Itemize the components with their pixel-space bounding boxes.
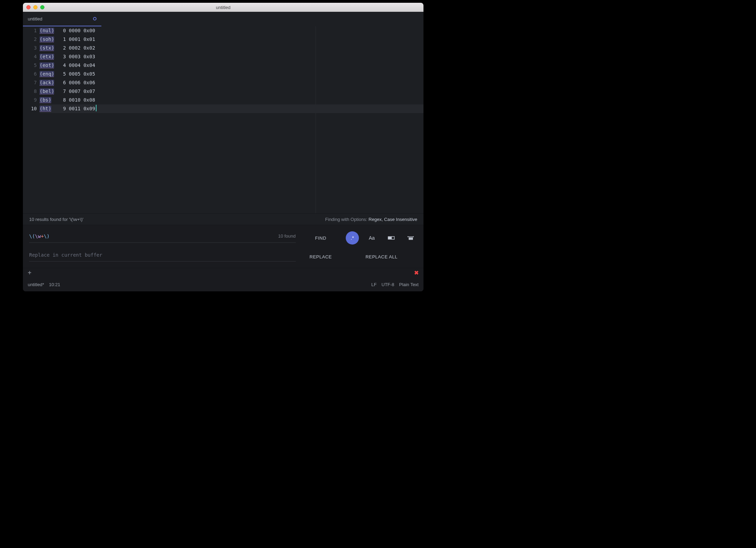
- regex-icon: .*: [351, 235, 354, 241]
- case-sensitive-toggle[interactable]: Aa: [365, 231, 378, 245]
- svg-rect-2: [409, 238, 410, 240]
- line-number: 7: [23, 78, 37, 87]
- code-line[interactable]: (stx) 2 0002 0x02: [40, 44, 423, 52]
- line-number: 1: [23, 26, 37, 35]
- cursor-caret: [96, 105, 96, 111]
- code-text: 1 0001 0x01: [54, 36, 95, 42]
- whole-word-toggle[interactable]: [404, 231, 417, 245]
- line-number: 9: [23, 96, 37, 104]
- regex-toggle[interactable]: .*: [346, 231, 359, 245]
- find-results-text: 10 results found for '\(\w+\)': [29, 217, 83, 222]
- case-icon: Aa: [369, 235, 375, 241]
- tab-label: untitled: [28, 16, 42, 22]
- line-number: 5: [23, 61, 37, 70]
- find-and-replace-panel: \(\w+\) 10 found FIND .* Aa: [23, 225, 423, 268]
- code-text: 5 0005 0x05: [54, 71, 95, 77]
- search-match: (nul): [40, 28, 54, 33]
- svg-rect-0: [388, 237, 391, 239]
- replace-placeholder: Replace in current buffer: [29, 252, 102, 258]
- search-match: (bel): [40, 88, 54, 94]
- status-file[interactable]: untitled*: [28, 282, 44, 287]
- code-text: 3 0003 0x03: [54, 54, 95, 59]
- status-encoding[interactable]: UTF-8: [381, 282, 394, 287]
- line-number: 4: [23, 52, 37, 61]
- line-number: 8: [23, 87, 37, 96]
- find-options-text: Finding with Options: Regex, Case Insens…: [325, 217, 417, 222]
- find-options-label: Finding with Options:: [325, 217, 369, 222]
- close-panel-icon[interactable]: ✖: [414, 269, 419, 276]
- code-line[interactable]: (bs) 8 0010 0x08: [40, 96, 423, 104]
- code-area[interactable]: (nul) 0 0000 0x00(soh) 1 0001 0x01(stx) …: [40, 26, 423, 213]
- status-grammar[interactable]: Plain Text: [399, 282, 419, 287]
- find-input[interactable]: \(\w+\) 10 found: [29, 233, 296, 243]
- tab-bar: untitled: [23, 12, 423, 26]
- find-count: 10 found: [278, 233, 296, 239]
- find-options-group: .* Aa: [346, 231, 417, 245]
- find-button[interactable]: FIND: [306, 233, 335, 243]
- minimize-icon[interactable]: [33, 5, 37, 9]
- search-match: (stx): [40, 45, 54, 51]
- tab-untitled[interactable]: untitled: [23, 12, 101, 26]
- code-line[interactable]: (nul) 0 0000 0x00: [40, 26, 423, 35]
- svg-rect-3: [410, 238, 411, 240]
- find-pattern: \(\w+\): [29, 233, 278, 239]
- editor-window: untitled untitled 12345678910 (nul) 0 00…: [23, 3, 423, 291]
- selection-icon: [388, 236, 395, 240]
- find-options-values: Regex, Case Insensitive: [369, 217, 417, 222]
- line-number: 2: [23, 35, 37, 44]
- line-number: 10: [23, 104, 37, 113]
- titlebar: untitled: [23, 3, 423, 12]
- status-cursor[interactable]: 10:21: [49, 282, 60, 287]
- line-number: 6: [23, 70, 37, 78]
- code-line[interactable]: (bel) 7 0007 0x07: [40, 87, 423, 96]
- search-match: (soh): [40, 36, 54, 42]
- code-line[interactable]: (ht) 9 0011 0x09: [40, 104, 423, 113]
- bottom-toolbar: + ✖: [23, 268, 423, 277]
- replace-button[interactable]: REPLACE: [306, 252, 335, 262]
- line-number: 3: [23, 44, 37, 52]
- replace-input[interactable]: Replace in current buffer: [29, 252, 296, 262]
- close-icon[interactable]: [26, 5, 31, 9]
- code-text: 7 0007 0x07: [54, 88, 95, 94]
- code-text: 6 0006 0x06: [54, 80, 95, 85]
- svg-rect-1: [392, 237, 394, 239]
- in-selection-toggle[interactable]: [385, 231, 398, 245]
- code-text: 4 0004 0x04: [54, 62, 95, 68]
- zoom-icon[interactable]: [40, 5, 44, 9]
- replace-all-button[interactable]: REPLACE ALL: [362, 252, 401, 262]
- code-line[interactable]: (soh) 1 0001 0x01: [40, 35, 423, 44]
- code-line[interactable]: (eot) 4 0004 0x04: [40, 61, 423, 70]
- code-line[interactable]: (etx) 3 0003 0x03: [40, 52, 423, 61]
- traffic-lights: [26, 5, 44, 9]
- status-bar: untitled* 10:21 LF UTF-8 Plain Text: [23, 277, 423, 291]
- gutter: 12345678910: [23, 26, 40, 213]
- code-text: 2 0002 0x02: [54, 45, 95, 51]
- editor[interactable]: 12345678910 (nul) 0 0000 0x00(soh) 1 000…: [23, 26, 423, 213]
- code-text: 0 0000 0x00: [54, 28, 95, 33]
- search-match: (bs): [40, 97, 51, 103]
- svg-rect-4: [412, 238, 413, 240]
- search-match: (eot): [40, 62, 54, 68]
- code-line[interactable]: (ack) 6 0006 0x06: [40, 78, 423, 87]
- search-match: (ht): [40, 106, 51, 111]
- search-match: (ack): [40, 80, 54, 85]
- plus-icon[interactable]: +: [28, 269, 32, 276]
- whole-word-icon: [407, 236, 414, 240]
- find-status-bar: 10 results found for '\(\w+\)' Finding w…: [23, 213, 423, 225]
- search-match: (etx): [40, 54, 54, 59]
- window-title: untitled: [23, 5, 423, 10]
- code-text: 8 0010 0x08: [51, 97, 95, 103]
- search-match: (enq): [40, 71, 54, 77]
- code-text: 9 0011 0x09: [51, 106, 95, 111]
- status-eol[interactable]: LF: [371, 282, 377, 287]
- code-line[interactable]: (enq) 5 0005 0x05: [40, 70, 423, 78]
- modified-icon: [93, 17, 96, 20]
